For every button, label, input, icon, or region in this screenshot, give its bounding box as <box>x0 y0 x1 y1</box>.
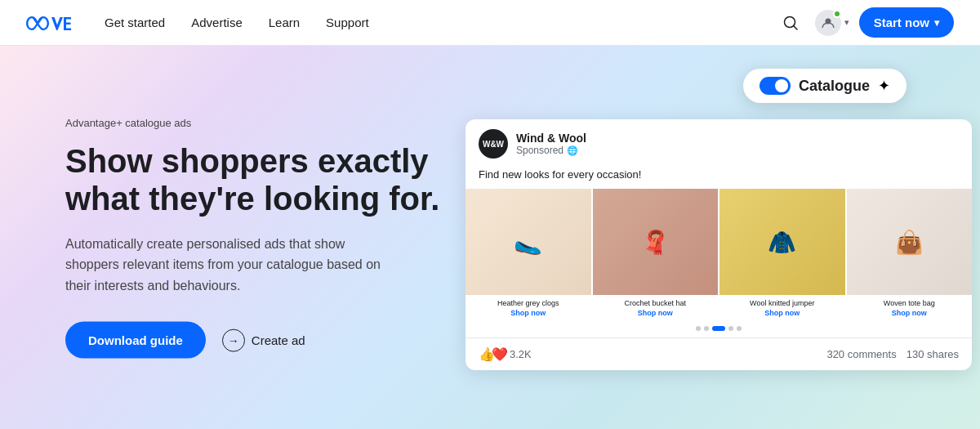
ad-card-header: W&W Wind & Wool Sponsored 🌐 <box>466 119 972 168</box>
shop-now-shoes[interactable]: Shop now <box>466 309 591 317</box>
search-icon <box>782 15 799 31</box>
arrow-right-icon: → <box>222 328 245 351</box>
shares-count: 130 shares <box>906 348 959 360</box>
dot-4 <box>737 326 742 331</box>
catalogue-toggle[interactable] <box>760 77 791 95</box>
start-now-chevron-icon: ▾ <box>934 17 939 29</box>
nav-learn[interactable]: Learn <box>269 16 300 29</box>
sparkle-icon: ✦ <box>878 77 890 95</box>
nav-support[interactable]: Support <box>326 16 369 29</box>
create-ad-link[interactable]: → Create ad <box>222 328 305 351</box>
dot-3 <box>728 326 733 331</box>
brand-avatar: W&W <box>479 129 508 159</box>
product-footer-sweater: Wool knitted jumper Shop now <box>719 295 845 320</box>
product-image-hat: 🧣 <box>593 189 719 295</box>
shop-now-tote[interactable]: Shop now <box>847 309 973 317</box>
globe-icon: 🌐 <box>567 145 578 156</box>
heart-icon: ❤️ <box>492 346 508 362</box>
sweater-emoji: 🧥 <box>768 229 796 256</box>
product-label-hat: Crochet bucket hat <box>593 297 719 309</box>
shop-now-sweater[interactable]: Shop now <box>719 309 845 317</box>
tote-emoji: 👜 <box>895 229 924 256</box>
brand-name: Wind & Wool <box>516 132 959 145</box>
product-label-tote: Woven tote bag <box>847 297 973 309</box>
sponsored-label: Sponsored <box>516 145 564 156</box>
user-icon <box>821 16 835 30</box>
nav-right: ▾ Start now ▾ <box>776 7 954 38</box>
dot-1 <box>704 326 709 331</box>
toggle-thumb <box>775 79 788 92</box>
catalogue-label: Catalogue <box>799 78 870 95</box>
reaction-icons: 👍 ❤️ <box>479 346 505 362</box>
product-footer-hat: Crochet bucket hat Shop now <box>593 295 719 320</box>
hat-emoji: 🧣 <box>641 229 670 256</box>
hero-section: Advantage+ catalogue ads Show shoppers e… <box>0 46 980 429</box>
product-item-sweater: 🧥 Wool knitted jumper Shop now <box>719 189 845 320</box>
svg-line-1 <box>793 25 797 29</box>
reactions: 👍 ❤️ 3.2K <box>479 346 532 362</box>
ad-card-footer: 👍 ❤️ 3.2K 320 comments 130 shares <box>466 337 972 370</box>
product-footer-tote: Woven tote bag Shop now <box>847 295 973 320</box>
product-image-shoes: 🥿 <box>466 189 591 295</box>
download-guide-button[interactable]: Download guide <box>65 322 206 359</box>
product-item-hat: 🧣 Crochet bucket hat Shop now <box>593 189 719 320</box>
shoes-emoji: 🥿 <box>514 229 542 256</box>
user-account[interactable]: ▾ <box>815 10 849 36</box>
online-indicator <box>833 10 841 18</box>
products-strip: 🥿 Heather grey clogs Shop now 🧣 Crochet … <box>466 189 972 320</box>
meta-logo <box>26 15 72 31</box>
nav-links: Get started Advertise Learn Support <box>105 16 776 29</box>
hero-content-right: Catalogue ✦ W&W Wind & Wool Sponsored 🌐 … <box>425 46 980 429</box>
carousel-dots <box>466 320 972 337</box>
reaction-count: 3.2K <box>510 348 532 360</box>
product-footer-shoes: Heather grey clogs Shop now <box>466 295 591 320</box>
start-now-button[interactable]: Start now ▾ <box>859 7 954 38</box>
product-label-sweater: Wool knitted jumper <box>719 297 845 309</box>
brand-info: Wind & Wool Sponsored 🌐 <box>516 132 959 156</box>
dot-2 <box>712 326 725 331</box>
navbar: Get started Advertise Learn Support ▾ St… <box>0 0 980 46</box>
product-item-shoes: 🥿 Heather grey clogs Shop now <box>466 189 591 320</box>
shop-now-hat[interactable]: Shop now <box>593 309 719 317</box>
footer-stats: 320 comments 130 shares <box>826 348 959 360</box>
nav-get-started[interactable]: Get started <box>105 16 165 29</box>
product-image-tote: 👜 <box>847 189 973 295</box>
product-image-sweater: 🧥 <box>719 189 845 295</box>
create-ad-label: Create ad <box>252 333 305 347</box>
brand-sponsored: Sponsored 🌐 <box>516 145 959 156</box>
brand-initials: W&W <box>483 140 504 149</box>
nav-advertise[interactable]: Advertise <box>191 16 243 29</box>
dot-0 <box>696 326 701 331</box>
start-now-label: Start now <box>874 16 929 29</box>
chevron-down-icon: ▾ <box>844 17 849 28</box>
product-item-tote: 👜 Woven tote bag Shop now <box>847 189 973 320</box>
search-button[interactable] <box>776 8 805 38</box>
comments-count: 320 comments <box>826 348 896 360</box>
avatar <box>815 10 841 36</box>
catalogue-toggle-badge: Catalogue ✦ <box>743 69 906 103</box>
product-label-shoes: Heather grey clogs <box>466 297 591 309</box>
hero-description: Automatically create personalised ads th… <box>65 233 392 296</box>
ad-tagline: Find new looks for every occasion! <box>466 168 972 189</box>
ad-card: W&W Wind & Wool Sponsored 🌐 Find new loo… <box>466 119 972 370</box>
